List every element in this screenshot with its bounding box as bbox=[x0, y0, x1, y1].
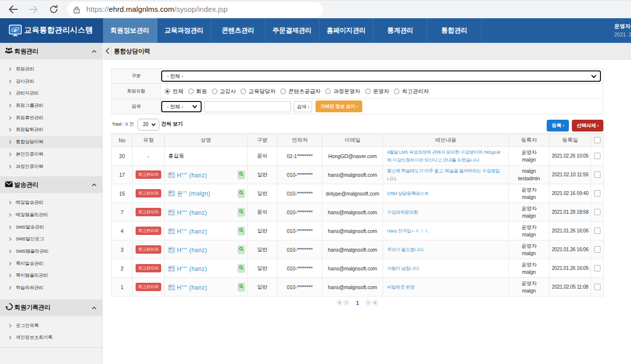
svg-text:e: e bbox=[14, 27, 17, 33]
